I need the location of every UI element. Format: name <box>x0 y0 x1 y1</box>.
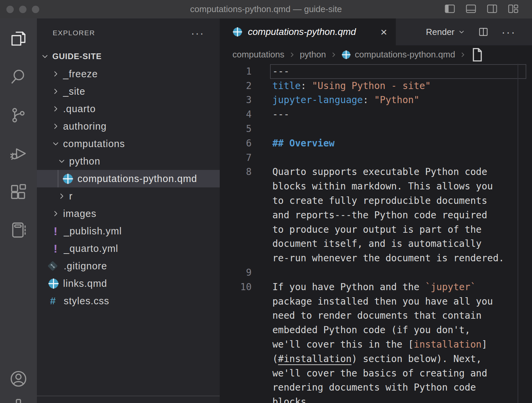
code-line[interactable]: we'll cover this in the [installation] <box>220 337 532 352</box>
tree-item-label: styles.css <box>64 296 109 307</box>
activity-notebook-icon[interactable] <box>9 221 28 239</box>
code-line[interactable]: 3jupyter-language: "Python" <box>220 93 532 107</box>
split-editor-icon[interactable] <box>478 27 489 37</box>
code-line[interactable]: to create fully reproducible documents <box>220 193 532 208</box>
code-line[interactable]: 5 <box>220 122 532 136</box>
code-line[interactable]: need to render documents that contain <box>220 309 532 323</box>
tree-item-_freeze[interactable]: _freeze <box>37 65 220 83</box>
code-line[interactable]: blocks. <box>220 395 532 403</box>
code-line[interactable]: to produce your output is part of the <box>220 222 532 237</box>
toggle-sidebar-icon[interactable] <box>444 3 456 16</box>
quarto-file-icon <box>62 173 73 184</box>
vscode-window: computations-python.qmd — guide-site EXP… <box>0 0 532 403</box>
activity-extensions-icon[interactable] <box>9 182 28 201</box>
code-editor[interactable]: 1---2title: "Using Python - site"3jupyte… <box>220 64 532 403</box>
activity-explorer-icon[interactable] <box>9 29 28 48</box>
minimize-button[interactable] <box>19 6 26 13</box>
zoom-button[interactable] <box>32 6 39 13</box>
line-number: 3 <box>220 94 252 105</box>
activity-source-control-icon[interactable] <box>9 106 28 125</box>
quarto-file-icon <box>341 50 351 59</box>
tree-item-_site[interactable]: _site <box>37 83 220 100</box>
code-line[interactable]: we'll cover the basics of creating and <box>220 366 532 380</box>
code-text: title: "Using Python - site" <box>272 80 431 91</box>
tab-computations-python[interactable]: computations-python.qmd × <box>220 18 396 45</box>
tree-item-r[interactable]: r <box>37 187 220 205</box>
installation-anchor-link[interactable]: #installation <box>278 353 352 364</box>
settings-gear-icon[interactable] <box>9 398 28 403</box>
code-line[interactable]: 4--- <box>220 107 532 122</box>
tree-item-label: _quarto.yml <box>64 243 118 254</box>
tree-item-label: r <box>69 191 73 202</box>
explorer-title: EXPLORER <box>53 29 95 37</box>
code-line[interactable]: rendering documents with Python code <box>220 380 532 395</box>
editor-actions: Render ··· <box>426 18 532 45</box>
more-actions-icon[interactable]: ··· <box>501 29 516 35</box>
editor-group: computations-python.qmd × Render ··· com… <box>220 18 532 403</box>
code-line[interactable]: 1--- <box>220 64 532 79</box>
tree-item-authoring[interactable]: authoring <box>37 118 220 135</box>
code-line[interactable]: 6## Overview <box>220 136 532 150</box>
code-line[interactable]: blocks within markdown. This allows you <box>220 179 532 193</box>
tree-item-_publish.yml[interactable]: !_publish.yml <box>37 222 220 240</box>
customize-layout-icon[interactable] <box>507 3 519 16</box>
quarto-file-icon <box>48 278 59 289</box>
code-line[interactable]: embedded Python code (if you don't, <box>220 323 532 337</box>
tree-item-.gitignore[interactable]: .gitignore <box>37 257 220 275</box>
activity-run-and-debug-icon[interactable] <box>9 144 28 163</box>
code-line[interactable]: 8Quarto supports executable Python code <box>220 165 532 179</box>
render-button[interactable]: Render <box>426 27 465 37</box>
tree-item-computations[interactable]: computations <box>37 135 220 152</box>
code-text: to create fully reproducible documents <box>272 195 487 206</box>
tree-item-links.qmd[interactable]: links.qmd <box>37 275 220 292</box>
code-text: --- <box>272 109 289 120</box>
code-text: ## Overview <box>272 138 334 149</box>
chevron-right-icon <box>52 210 60 218</box>
code-text: need to render documents that contain <box>272 310 482 321</box>
code-text: rendering documents with Python code <box>272 382 476 393</box>
tree-item-label: python <box>69 156 100 167</box>
indent-guide <box>58 170 58 187</box>
tree-item-images[interactable]: images <box>37 205 220 222</box>
outline-divider <box>37 396 220 396</box>
code-text: jupyter-language: "Python" <box>272 94 419 105</box>
tree-item-label: links.qmd <box>63 278 107 289</box>
chevron-right-icon <box>52 122 60 130</box>
code-line[interactable]: and reports---the Python code required <box>220 208 532 222</box>
code-line[interactable]: document itself, and is automatically <box>220 237 532 251</box>
code-text: (#installation) section below). Next, <box>272 353 482 364</box>
code-text: blocks. <box>272 396 312 403</box>
chevron-right-icon <box>52 70 60 78</box>
code-line[interactable]: package installed then you have all you <box>220 294 532 309</box>
tree-item-.quarto[interactable]: .quarto <box>37 100 220 118</box>
code-line[interactable]: 7 <box>220 150 532 165</box>
breadcrumb-computations[interactable]: computations <box>232 49 284 60</box>
code-line[interactable]: 9 <box>220 265 532 280</box>
tree-item-label: authoring <box>63 121 107 132</box>
code-text: we'll cover the basics of creating and <box>272 368 487 379</box>
activity-search-icon[interactable] <box>9 68 28 86</box>
tree-item-computations-python.qmd[interactable]: computations-python.qmd <box>37 170 220 187</box>
yaml-icon: ! <box>52 225 59 238</box>
tree-item-label: images <box>63 208 97 219</box>
breadcrumb-file[interactable]: computations-python.qmd <box>355 49 455 60</box>
code-line[interactable]: (#installation) section below). Next, <box>220 352 532 366</box>
tree-item-python[interactable]: python <box>37 152 220 170</box>
close-button[interactable] <box>6 6 14 13</box>
code-line[interactable]: 2title: "Using Python - site" <box>220 79 532 93</box>
chevron-down-icon <box>458 28 465 36</box>
tree-item-_quarto.yml[interactable]: !_quarto.yml <box>37 240 220 257</box>
code-line[interactable]: 10If you have Python and the `jupyter` <box>220 280 532 294</box>
close-tab-icon[interactable]: × <box>380 26 387 38</box>
explorer-more-actions-icon[interactable]: ··· <box>191 30 204 36</box>
tree-item-label: _freeze <box>63 69 98 80</box>
code-line[interactable]: re-run whenever the document is rendered… <box>220 251 532 265</box>
toggle-panel-icon[interactable] <box>465 3 477 16</box>
code-text: Quarto supports executable Python code <box>272 166 487 177</box>
account-icon[interactable] <box>9 369 28 388</box>
toggle-secondary-sidebar-icon[interactable] <box>486 3 498 16</box>
tree-item-styles.css[interactable]: #styles.css <box>37 292 220 310</box>
tree-item-GUIDE-SITE[interactable]: GUIDE-SITE <box>37 48 220 65</box>
outline-section-header[interactable]: OUTLINE <box>37 398 220 403</box>
breadcrumb-python[interactable]: python <box>300 49 326 60</box>
